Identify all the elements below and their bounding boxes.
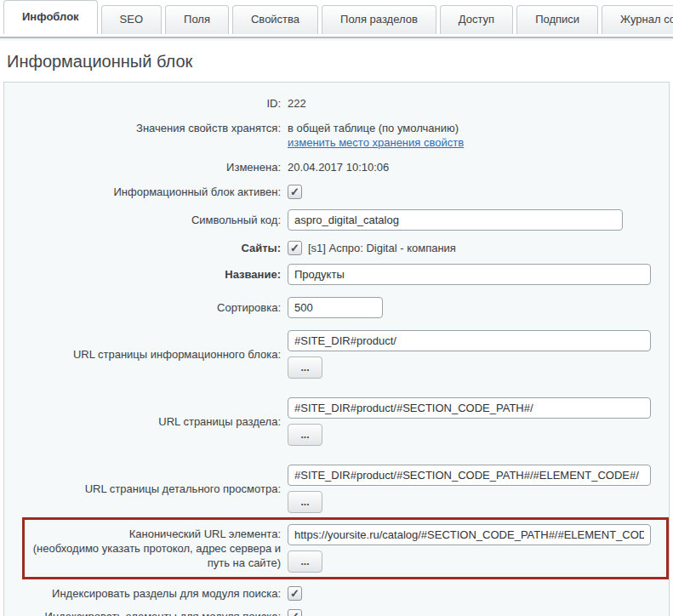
index-sections-checkbox[interactable]: ✓	[288, 586, 302, 601]
page-title: Информационный блок	[7, 52, 673, 71]
tab-bar-underline	[0, 34, 673, 41]
field-row-sort: Сортировка:	[4, 297, 669, 318]
site-checkbox[interactable]: ✓	[288, 241, 302, 255]
url-detail-browse-button[interactable]: ...	[288, 491, 322, 513]
symbolic-code-input[interactable]	[288, 209, 623, 231]
field-row-url-iblock: URL страницы информационного блока: ...	[4, 330, 669, 379]
tab-infoblock[interactable]: Инфоблок	[3, 0, 98, 34]
checkmark-icon: ✓	[290, 586, 299, 601]
id-value: 222	[288, 96, 306, 111]
checkmark-icon: ✓	[290, 241, 299, 255]
url-section-input[interactable]	[288, 397, 651, 419]
id-label: ID:	[4, 96, 288, 111]
tab-bar: Инфоблок SEO Поля Свойства Поля разделов…	[0, 0, 673, 34]
index-elements-checkbox[interactable]: ✓	[288, 609, 302, 616]
storage-value: в общей таблице (по умолчанию)	[288, 121, 459, 135]
canonical-label-note: (необходимо указать протокол, адрес серв…	[25, 541, 281, 570]
field-row-index-sections: Индексировать разделы для модуля поиска:…	[4, 586, 669, 601]
name-input[interactable]	[288, 264, 651, 285]
field-row-name: Название:	[4, 264, 669, 285]
index-elements-label: Индексировать элементы для модуля поиска…	[4, 609, 288, 616]
checkmark-icon: ✓	[290, 185, 299, 199]
field-row-id: ID: 222	[4, 96, 669, 111]
canonical-label: Канонический URL элемента: (необходимо у…	[25, 527, 288, 570]
tab-captions[interactable]: Подписи	[516, 5, 598, 34]
canonical-label-main: Канонический URL элемента:	[25, 527, 281, 541]
url-section-browse-button[interactable]: ...	[288, 424, 322, 446]
canonical-url-input[interactable]	[288, 524, 651, 545]
change-storage-link[interactable]: изменить место хранения свойств	[288, 135, 464, 150]
checkmark-icon: ✓	[290, 609, 299, 616]
sort-label: Сортировка:	[4, 300, 288, 315]
code-label: Символьный код:	[4, 213, 288, 227]
field-row-index-elements: Индексировать элементы для модуля поиска…	[4, 609, 669, 616]
site-value: [s1] Аспро: Digital - компания	[308, 241, 456, 255]
field-row-modified: Изменена: 20.04.2017 10:10:06	[4, 160, 669, 174]
tab-section-fields[interactable]: Поля разделов	[322, 5, 436, 34]
field-row-storage: Значения свойств хранятся: в общей табли…	[4, 121, 669, 150]
url-iblock-browse-button[interactable]: ...	[288, 356, 322, 379]
tab-properties[interactable]: Свойства	[232, 5, 318, 34]
index-sections-label: Индексировать разделы для модуля поиска:	[4, 586, 288, 601]
tab-event-log[interactable]: Журнал событий	[602, 5, 673, 34]
url-iblock-input[interactable]	[288, 330, 651, 351]
canonical-url-browse-button[interactable]: ...	[288, 550, 322, 573]
name-label: Название:	[4, 267, 288, 282]
url-detail-input[interactable]	[288, 465, 651, 486]
field-row-active: Информационный блок активен: ✓	[4, 185, 669, 199]
modified-label: Изменена:	[4, 160, 288, 174]
tab-fields[interactable]: Поля	[165, 5, 229, 34]
canonical-url-highlight-box: Канонический URL элемента: (необходимо у…	[22, 517, 669, 579]
field-row-url-section: URL страницы раздела: ...	[4, 397, 669, 446]
field-row-sites: Сайты: ✓ [s1] Аспро: Digital - компания	[4, 241, 669, 255]
active-checkbox[interactable]: ✓	[288, 185, 302, 199]
storage-label: Значения свойств хранятся:	[4, 121, 288, 135]
modified-value: 20.04.2017 10:10:06	[288, 160, 389, 174]
active-label: Информационный блок активен:	[4, 185, 288, 199]
field-row-code: Символьный код:	[4, 209, 669, 231]
sites-label: Сайты:	[4, 241, 288, 255]
field-row-url-detail: URL страницы детального просмотра: ...	[4, 465, 669, 513]
tab-access[interactable]: Доступ	[440, 5, 513, 34]
infoblock-form-panel: ID: 222 Значения свойств хранятся: в общ…	[3, 82, 670, 616]
url-section-label: URL страницы раздела:	[4, 414, 288, 429]
sort-input[interactable]	[288, 297, 383, 318]
tab-seo[interactable]: SEO	[101, 5, 162, 34]
url-iblock-label: URL страницы информационного блока:	[4, 347, 288, 362]
url-detail-label: URL страницы детального просмотра:	[4, 482, 288, 496]
